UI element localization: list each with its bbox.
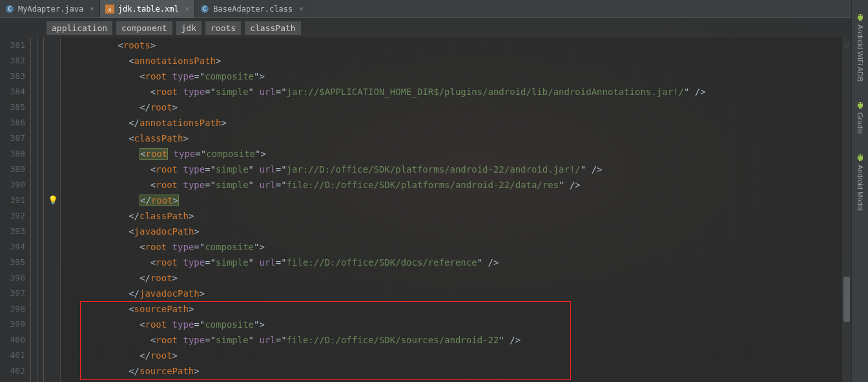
tool-window-android-wifi-adb[interactable]: Android WiFi ADB	[856, 13, 865, 81]
code-line[interactable]: <roots>	[63, 37, 868, 53]
tool-window-label: Android Model	[856, 165, 864, 211]
line-number: 390	[0, 177, 25, 193]
svg-text:C: C	[8, 6, 12, 12]
code-line[interactable]: <root type="composite">	[63, 317, 868, 332]
code-line[interactable]: <root type="composite">	[63, 69, 868, 84]
line-number: 394	[0, 239, 25, 255]
line-number: 401	[0, 348, 25, 363]
svg-point-9	[861, 103, 862, 104]
svg-text:x: x	[108, 6, 112, 13]
svg-point-8	[858, 103, 860, 104]
tab-label: BaseAdapter.class	[213, 5, 293, 14]
svg-point-7	[861, 15, 862, 16]
line-number-gutter: 3813823833843853863873883893903913923933…	[0, 37, 31, 382]
line-number: 381	[0, 37, 25, 53]
android-icon	[856, 153, 865, 162]
code-line[interactable]: </root>	[63, 348, 868, 363]
svg-point-11	[861, 155, 862, 156]
breadcrumb-classPath[interactable]: classPath	[245, 21, 300, 35]
class-file-icon: C	[200, 5, 209, 14]
line-number: 389	[0, 162, 25, 177]
scrollbar-vertical[interactable]	[842, 37, 851, 382]
breadcrumb-application[interactable]: application	[46, 21, 112, 35]
line-number: 400	[0, 332, 25, 348]
scrollbar-thumb[interactable]	[843, 277, 850, 322]
line-number: 387	[0, 131, 25, 146]
xml-icon: x	[105, 5, 114, 14]
code-line[interactable]: <annotationsPath>	[63, 53, 868, 69]
code-line[interactable]: </javadocPath>	[63, 286, 868, 301]
code-line[interactable]: <root type="simple" url="file://D:/offic…	[63, 177, 868, 193]
line-number: 383	[0, 69, 25, 84]
line-number: 398	[0, 301, 25, 317]
close-icon[interactable]: ×	[185, 5, 190, 13]
tool-window-android-model[interactable]: Android Model	[856, 153, 865, 211]
line-number: 392	[0, 208, 25, 224]
tab-jdk-table-xml[interactable]: xjdk.table.xml×	[100, 0, 196, 17]
tab-label: jdk.table.xml	[118, 5, 179, 14]
code-line[interactable]: </root>	[63, 100, 868, 115]
breadcrumb-bar: applicationcomponentjdkrootsclassPath	[0, 18, 868, 37]
code-line[interactable]: <root type="simple" url="jar://D:/office…	[63, 162, 868, 177]
line-number: 388	[0, 146, 25, 162]
intention-bulb-icon[interactable]: 💡	[48, 195, 57, 204]
line-number: 393	[0, 224, 25, 239]
annotation-gutter: 💡	[44, 37, 61, 382]
line-number: 402	[0, 363, 25, 379]
gradle-icon	[856, 101, 865, 110]
line-number: 384	[0, 84, 25, 100]
line-number: 396	[0, 270, 25, 286]
tab-MyAdapter-java[interactable]: CMyAdapter.java×	[0, 0, 100, 17]
code-line[interactable]: </root>	[63, 193, 868, 208]
breadcrumb-roots[interactable]: roots	[205, 21, 241, 35]
code-line[interactable]: </root>	[63, 270, 868, 286]
code-line[interactable]: <root type="simple" url="jar://$APPLICAT…	[63, 84, 868, 100]
line-number: 391	[0, 193, 25, 208]
right-tool-rail: Android WiFi ADBGradleAndroid Model	[851, 0, 868, 382]
breadcrumb-component[interactable]: component	[116, 21, 172, 35]
svg-point-10	[858, 155, 860, 156]
svg-point-6	[858, 15, 860, 16]
tool-window-label: Android WiFi ADB	[856, 25, 864, 81]
fold-gutter[interactable]	[31, 37, 44, 382]
line-number: 382	[0, 53, 25, 69]
code-line[interactable]: <root type="composite">	[63, 239, 868, 255]
tab-label: MyAdapter.java	[18, 5, 83, 14]
tool-window-gradle[interactable]: Gradle	[856, 101, 865, 134]
breadcrumb-jdk[interactable]: jdk	[176, 21, 202, 35]
line-number: 385	[0, 100, 25, 115]
code-line[interactable]: </sourcePath>	[63, 363, 868, 379]
android-icon	[856, 13, 865, 22]
code-line[interactable]: </annotationsPath>	[63, 115, 868, 131]
code-line[interactable]: <javadocPath>	[63, 224, 868, 239]
svg-text:C: C	[203, 6, 207, 12]
line-number: 386	[0, 115, 25, 131]
line-number: 395	[0, 255, 25, 270]
line-number: 399	[0, 317, 25, 332]
code-line[interactable]: <root type="simple" url="file://D:/offic…	[63, 255, 868, 270]
code-line[interactable]: <sourcePath>	[63, 301, 868, 317]
code-line[interactable]: <root type="composite">	[63, 146, 868, 162]
code-line[interactable]: </classPath>	[63, 208, 868, 224]
class-icon: C	[5, 5, 14, 14]
tabs-bar: CMyAdapter.java×xjdk.table.xml×CBaseAdap…	[0, 0, 868, 18]
line-number: 397	[0, 286, 25, 301]
code-editor[interactable]: <roots> <annotationsPath> <root type="co…	[61, 37, 868, 382]
code-line[interactable]: <classPath>	[63, 131, 868, 146]
code-line[interactable]: <root type="simple" url="file://D:/offic…	[63, 332, 868, 348]
tool-window-label: Gradle	[856, 112, 864, 134]
close-icon[interactable]: ×	[90, 5, 94, 13]
close-icon[interactable]: ×	[299, 5, 304, 13]
tab-BaseAdapter-class[interactable]: CBaseAdapter.class×	[195, 0, 309, 17]
